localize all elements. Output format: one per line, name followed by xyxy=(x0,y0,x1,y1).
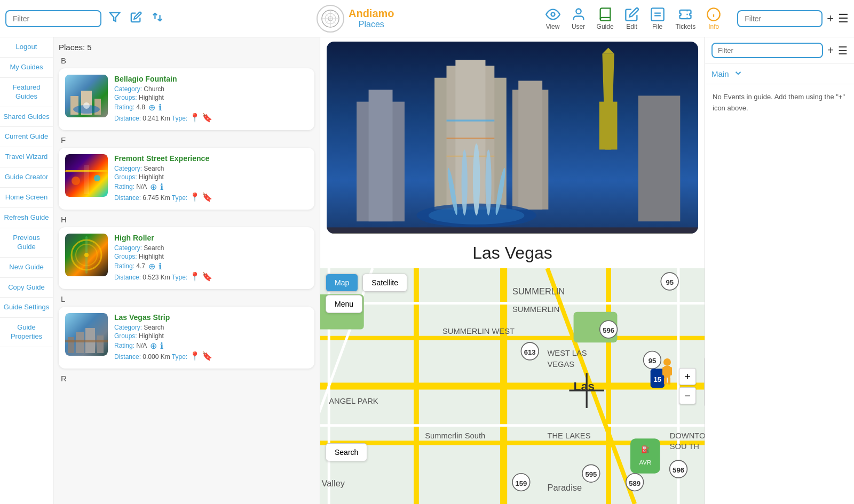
map-view-button[interactable]: Map xyxy=(326,274,358,292)
sidebar-item-guide-properties[interactable]: Guide Properties xyxy=(0,318,53,347)
svg-rect-33 xyxy=(65,340,108,342)
satellite-view-button[interactable]: Satellite xyxy=(362,274,407,292)
svg-text:Summerlin South: Summerlin South xyxy=(425,431,485,440)
edit-nav-action[interactable]: Edit xyxy=(624,7,639,30)
sidebar-item-new-guide[interactable]: New Guide xyxy=(0,258,53,278)
svg-text:AVR: AVR xyxy=(639,459,651,466)
right-menu-icon[interactable]: ☰ xyxy=(838,12,849,26)
sidebar-item-previous-guide[interactable]: Previous Guide xyxy=(0,228,53,258)
place-thumbnail-bellagio xyxy=(65,75,108,117)
top-nav-actions: View User Guide Edit File Tickets Info xyxy=(545,7,722,30)
top-filter-input[interactable] xyxy=(5,10,101,27)
places-list: Places: 5 B Bellagio Fountain Category: … xyxy=(53,37,320,504)
user-action[interactable]: User xyxy=(571,7,586,30)
sidebar-item-current-guide[interactable]: Current Guide xyxy=(0,127,53,147)
section-b: B xyxy=(61,56,314,65)
place-bookmark-icon-highroller[interactable]: 🔖 xyxy=(202,272,212,281)
street-view-pegman[interactable] xyxy=(660,358,675,386)
right-panel-add-button[interactable]: + xyxy=(827,44,834,57)
place-info-icon-fremont[interactable]: ℹ xyxy=(160,182,163,192)
sidebar-item-guide-creator[interactable]: Guide Creator xyxy=(0,167,53,188)
sidebar-item-travel-wizard[interactable]: Travel Wizard xyxy=(0,147,53,167)
tickets-action[interactable]: Tickets xyxy=(676,7,696,30)
svg-text:SUMMERLIN: SUMMERLIN xyxy=(512,305,559,314)
place-bookmark-icon-bellagio[interactable]: 🔖 xyxy=(202,113,212,122)
place-pin-icon-highroller[interactable]: 📍 xyxy=(189,272,200,281)
hero-image-svg xyxy=(327,42,698,234)
svg-text:SOU TH: SOU TH xyxy=(670,442,699,451)
place-info-icon-lasvegas[interactable]: ℹ xyxy=(160,341,163,351)
place-location-icon-highroller[interactable]: ⊕ xyxy=(148,261,155,271)
svg-text:596: 596 xyxy=(603,326,614,334)
place-info-icon-highroller[interactable]: ℹ xyxy=(159,261,162,271)
file-action[interactable]: File xyxy=(650,7,665,30)
place-location-icon-bellagio[interactable]: ⊕ xyxy=(148,102,155,113)
svg-text:159: 159 xyxy=(515,479,527,487)
no-events-message: No Events in guide. Add them using the "… xyxy=(705,84,854,122)
sidebar-item-featured-guides[interactable]: Featured Guides xyxy=(0,78,53,107)
table-row[interactable]: High Roller Category: Search Groups: Hig… xyxy=(59,227,314,289)
top-nav: Andiamo Places View User Guide Edit File… xyxy=(0,0,854,37)
place-rating-fremont: Rating: N/A ⊕ ℹ xyxy=(114,182,308,192)
city-name: Las Vegas xyxy=(320,238,705,268)
place-pin-icon-bellagio[interactable]: 📍 xyxy=(189,113,200,122)
place-pin-icon-fremont[interactable]: 📍 xyxy=(189,193,200,202)
place-bookmark-icon-fremont[interactable]: 🔖 xyxy=(202,193,212,202)
svg-rect-58 xyxy=(327,42,698,234)
zoom-out-button[interactable]: − xyxy=(679,387,696,404)
place-location-icon-fremont[interactable]: ⊕ xyxy=(150,182,157,192)
svg-point-27 xyxy=(84,253,89,257)
sidebar-item-refresh-guide[interactable]: Refresh Guide xyxy=(0,208,53,228)
section-h: H xyxy=(61,215,314,224)
add-event-button[interactable]: + xyxy=(827,12,834,26)
table-row[interactable]: Las Vegas Strip Category: Search Groups:… xyxy=(59,307,314,369)
view-action[interactable]: View xyxy=(545,7,560,30)
sidebar-item-my-guides[interactable]: My Guides xyxy=(0,58,53,78)
map-search-button[interactable]: Search xyxy=(326,443,367,461)
svg-point-20 xyxy=(72,177,80,185)
tab-dropdown-icon[interactable] xyxy=(733,68,743,79)
place-info-icon-bellagio[interactable]: ℹ xyxy=(159,102,162,113)
guide-action[interactable]: Guide xyxy=(597,7,614,30)
place-category-lasvegas: Category: Search xyxy=(114,324,308,331)
map-menu-button[interactable]: Menu xyxy=(326,295,362,313)
right-panel-menu-button[interactable]: ☰ xyxy=(838,44,848,57)
place-bookmark-icon-lasvegas[interactable]: 🔖 xyxy=(202,351,212,361)
right-panel: + ☰ Main No Events in guide. Add them us… xyxy=(705,37,854,504)
left-sidebar: Logout My Guides Featured Guides Shared … xyxy=(0,37,53,504)
zoom-in-button[interactable]: + xyxy=(679,368,696,385)
place-pin-icon-lasvegas[interactable]: 📍 xyxy=(189,351,200,361)
svg-text:⛽: ⛽ xyxy=(641,445,650,454)
svg-text:595: 595 xyxy=(585,470,597,478)
svg-point-21 xyxy=(94,175,100,181)
sort-icon[interactable] xyxy=(149,9,165,28)
right-filter-input[interactable] xyxy=(737,10,823,27)
place-groups-bellagio: Groups: Highlight xyxy=(114,94,308,101)
section-l: L xyxy=(61,294,314,303)
place-category-fremont: Category: Search xyxy=(114,165,308,172)
right-panel-filter-input[interactable] xyxy=(711,43,823,58)
sidebar-item-shared-guides[interactable]: Shared Guides xyxy=(0,107,53,127)
place-location-icon-lasvegas[interactable]: ⊕ xyxy=(150,341,157,351)
map-area[interactable]: SUMMERLIN SUMMERLIN SUMMERLIN WEST WEST … xyxy=(320,268,705,504)
edit-icon[interactable] xyxy=(128,9,144,28)
top-nav-center: Andiamo Places xyxy=(171,5,540,33)
svg-rect-32 xyxy=(97,335,104,353)
section-r: R xyxy=(61,374,314,383)
place-thumbnail-highroller xyxy=(65,234,108,276)
place-name-lasvegas: Las Vegas Strip xyxy=(114,313,308,322)
place-name-highroller: High Roller xyxy=(114,234,308,242)
table-row[interactable]: Fremont Street Experience Category: Sear… xyxy=(59,148,314,210)
svg-point-17 xyxy=(83,102,90,109)
sidebar-item-logout[interactable]: Logout xyxy=(0,37,53,58)
place-rating-highroller: Rating: 4.7 ⊕ ℹ xyxy=(114,261,308,271)
svg-rect-29 xyxy=(68,337,74,353)
right-panel-tab[interactable]: Main xyxy=(705,64,854,84)
info-action[interactable]: Info xyxy=(706,7,721,30)
sidebar-item-guide-settings[interactable]: Guide Settings xyxy=(0,298,53,318)
table-row[interactable]: Bellagio Fountain Category: Church Group… xyxy=(59,68,314,130)
filter-icon[interactable] xyxy=(107,9,123,28)
svg-text:WEST LAS: WEST LAS xyxy=(547,349,587,357)
sidebar-item-copy-guide[interactable]: Copy Guide xyxy=(0,278,53,298)
sidebar-item-home-screen[interactable]: Home Screen xyxy=(0,188,53,208)
